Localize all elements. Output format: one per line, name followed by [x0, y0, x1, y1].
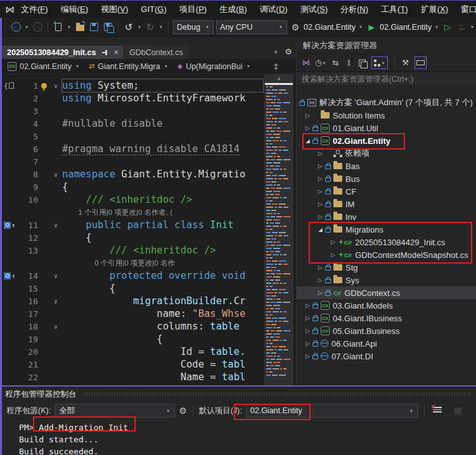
preview-selected-items-icon[interactable]: [415, 56, 427, 69]
expander-collapsed-icon[interactable]: ▷: [316, 290, 325, 296]
tree-row-solution-root[interactable]: ⋈ 解决方案 'Giant.Admin' (7 个项目, 共 7 个): [297, 96, 476, 109]
navigate-back-dropdown[interactable]: ▾: [24, 24, 29, 30]
tab-gdbcontext-cs[interactable]: GDbContext.cs: [124, 46, 188, 59]
copy-view-icon[interactable]: [358, 56, 367, 69]
expander-collapsed-icon[interactable]: ▷: [303, 340, 312, 347]
minimap-scrollbar[interactable]: ▲: [264, 74, 293, 385]
expander-collapsed-icon[interactable]: ▷: [316, 277, 325, 283]
solution-search-input[interactable]: 搜索解决方案资源管理器(Ctrl+;): [297, 72, 476, 86]
menu-item-T[interactable]: 工具(T): [375, 1, 415, 18]
expander-collapsed-icon[interactable]: ▷: [316, 163, 325, 169]
fold-chevron-icon[interactable]: ∨: [54, 323, 58, 330]
editor-options-gear-icon[interactable]: ⚙: [285, 47, 292, 56]
tree-row-06-giant-api[interactable]: ▷06.Giant.Api: [297, 337, 476, 350]
sync-namespaces-icon[interactable]: ⇆: [331, 56, 340, 69]
redo-dropdown[interactable]: ▾: [158, 24, 164, 30]
tree-row-solution-items[interactable]: ▷Solution Items: [297, 109, 476, 122]
solution-config-combobox[interactable]: Debug▾: [173, 20, 214, 34]
switch-views-icon[interactable]: ⋈: [302, 56, 311, 69]
fold-chevron-icon[interactable]: ∨: [54, 272, 58, 279]
expander-collapsed-icon[interactable]: ▷: [303, 353, 312, 359]
menu-item-P[interactable]: 项目(P): [173, 1, 213, 18]
menu-item-V[interactable]: 视图(V): [94, 1, 134, 18]
solution-platform-combobox[interactable]: Any CPU▾: [216, 20, 287, 34]
tree-row-bas[interactable]: ▷Bas: [297, 160, 476, 172]
hot-reload-dropdown[interactable]: ▾: [470, 24, 475, 30]
lightbulb-icon[interactable]: [41, 83, 47, 89]
save-all-button[interactable]: [102, 20, 113, 35]
undo-dropdown[interactable]: ▾: [137, 24, 142, 30]
breadcrumb-member[interactable]: ◈ Up(MigrationBui▾: [174, 62, 255, 71]
startup-project-gear-icon[interactable]: ⚙: [290, 20, 301, 35]
close-tab-icon[interactable]: ×: [113, 48, 119, 57]
collapse-all-icon[interactable]: ∧∧: [345, 56, 354, 69]
expander-collapsed-icon[interactable]: ▷: [303, 328, 312, 334]
menu-item-F[interactable]: 文件(F): [15, 1, 55, 18]
clear-console-icon[interactable]: [433, 407, 442, 414]
startup-project-dropdown[interactable]: ▾: [358, 24, 363, 30]
tree-row-inv[interactable]: ▷Inv: [297, 210, 476, 223]
package-source-combobox[interactable]: 全部▾: [55, 404, 175, 418]
console-title-bar[interactable]: 程序包管理器控制台: [0, 387, 476, 402]
menu-item-S[interactable]: 测试(S): [294, 1, 334, 18]
expander-collapsed-icon[interactable]: ▷: [316, 201, 325, 207]
fold-chevron-icon[interactable]: ∨: [54, 171, 58, 178]
solution-explorer-title[interactable]: 解决方案资源管理器: [297, 37, 476, 54]
tree-row-01-giant-util[interactable]: ▷C#01.Giant.Util: [297, 122, 476, 134]
menu-item-E[interactable]: 编辑(E): [55, 1, 94, 18]
expander-collapsed-icon[interactable]: ▷: [316, 176, 325, 182]
menu-item-W[interactable]: 窗口(W): [454, 1, 476, 18]
tree-row-07-giant-di[interactable]: ▷07.Giant.DI: [297, 350, 476, 362]
expander-collapsed-icon[interactable]: ▷: [303, 302, 312, 309]
pin-tab-icon[interactable]: [102, 49, 108, 56]
scroll-up-icon[interactable]: ▲: [264, 74, 293, 83]
expander-collapsed-icon[interactable]: ▷: [316, 150, 325, 157]
start-debug-button[interactable]: ▶: [366, 20, 377, 35]
menu-item-D[interactable]: 调试(D): [254, 1, 294, 18]
tab-list-dropdown[interactable]: ▾: [273, 49, 279, 55]
expander-collapsed-icon[interactable]: ▷: [316, 214, 325, 220]
code-editor[interactable]: {1∨using System;2using Microsoft.EntityF…: [0, 74, 296, 385]
expander-collapsed-icon[interactable]: ▷: [303, 112, 312, 119]
navigate-forward-button[interactable]: →: [32, 20, 43, 35]
overridden-member-icon[interactable]: [4, 272, 11, 279]
expander-collapsed-icon[interactable]: ▷: [303, 315, 312, 321]
expander-collapsed-icon[interactable]: ▷: [303, 125, 312, 131]
open-file-button[interactable]: [74, 20, 86, 35]
package-source-settings-icon[interactable]: ⚙: [179, 406, 187, 416]
tree-row-sys[interactable]: ▷Sys: [297, 274, 476, 286]
save-button[interactable]: [88, 20, 100, 35]
tab-init-cs[interactable]: 20250513084429_Init.cs ×: [2, 46, 124, 59]
expander-collapsed-icon[interactable]: ▷: [316, 188, 325, 195]
redo-button[interactable]: ↻: [145, 20, 156, 35]
fold-chevron-icon[interactable]: ∨: [54, 82, 58, 89]
fold-chevron-icon[interactable]: ∨: [54, 222, 58, 229]
fold-chevron-icon[interactable]: ∨: [54, 298, 58, 305]
startup-project-label[interactable]: 02.Giant.Entity: [304, 23, 356, 32]
properties-wrench-icon[interactable]: ⚒: [401, 56, 410, 69]
sync-with-active-document-icon[interactable]: ▾: [371, 56, 388, 69]
new-project-button[interactable]: [53, 20, 64, 35]
tree-row-04-giant-ibusiness[interactable]: ▷C#04.Giant.IBusiness: [297, 312, 476, 324]
hot-reload-button[interactable]: ♨: [456, 20, 467, 35]
codelens-text[interactable]: 0 个引用|0 项更改|0 名作: [62, 257, 263, 269]
start-without-debug-button[interactable]: ▷: [442, 20, 453, 35]
menu-item-N[interactable]: 分析(N): [334, 1, 375, 18]
undo-button[interactable]: ↺: [123, 20, 134, 35]
tree-row-bus[interactable]: ▷Bus: [297, 172, 476, 185]
breadcrumb-project[interactable]: C# 02.Giant.Entity▾: [4, 62, 84, 71]
run-target-label[interactable]: 02.Giant.Entity: [380, 23, 432, 32]
tree-row-im[interactable]: ▷IM: [297, 198, 476, 210]
expander-collapsed-icon[interactable]: ▷: [316, 264, 325, 271]
toolbar-grip[interactable]: ⋮⋮: [3, 24, 8, 30]
menu-item-B[interactable]: 生成(B): [213, 1, 253, 18]
navigate-back-button[interactable]: ←: [10, 20, 22, 35]
codelens-text[interactable]: 1 个引用|0 项更改|0 名作者, (: [62, 206, 263, 219]
new-project-dropdown[interactable]: ▾: [67, 24, 72, 30]
tree-row-05-giant-business[interactable]: ▷C#05.Giant.Business: [297, 324, 476, 337]
run-target-dropdown[interactable]: ▾: [434, 24, 439, 30]
tree-row-cf[interactable]: ▷CF: [297, 185, 476, 198]
tree-row-03-giant-models[interactable]: ▷C#03.Giant.Models: [297, 299, 476, 312]
split-editor-icon[interactable]: ‡: [274, 61, 278, 71]
pending-changes-filter-icon[interactable]: ◷▾: [315, 56, 327, 69]
